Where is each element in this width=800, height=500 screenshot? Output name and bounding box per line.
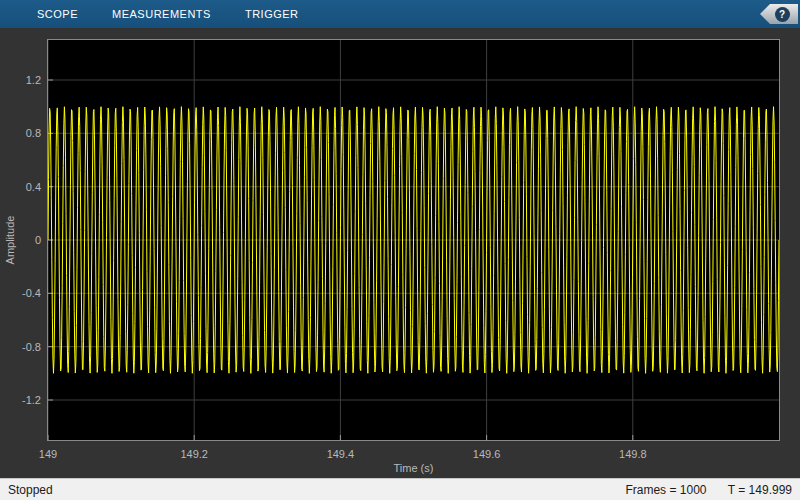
y-tick-label: 0.4 bbox=[0, 180, 41, 194]
time-scope-window: SCOPE MEASUREMENTS TRIGGER ? Amplitude 1… bbox=[0, 0, 800, 500]
help-button[interactable]: ? bbox=[760, 4, 798, 24]
toolstrip-tabs: SCOPE MEASUREMENTS TRIGGER bbox=[20, 0, 316, 28]
status-bar: Stopped Frames = 1000 T = 149.999 bbox=[0, 478, 800, 500]
tab-trigger[interactable]: TRIGGER bbox=[228, 0, 316, 28]
y-axis-label: Amplitude bbox=[4, 216, 16, 265]
waveform-svg bbox=[48, 40, 779, 440]
tab-measurements[interactable]: MEASUREMENTS bbox=[95, 0, 228, 28]
x-tick-label: 149 bbox=[23, 447, 73, 461]
y-tick-label: 0.8 bbox=[0, 126, 41, 140]
tab-scope[interactable]: SCOPE bbox=[20, 0, 95, 28]
x-tick-label: 149.6 bbox=[462, 447, 512, 461]
scope-display: Amplitude 1.20.80.40-0.4-0.8-1.2 149149.… bbox=[0, 28, 800, 478]
time-readout: T = 149.999 bbox=[728, 483, 792, 497]
question-mark-icon: ? bbox=[775, 7, 790, 22]
status-text: Stopped bbox=[8, 483, 53, 497]
y-tick-label: -0.4 bbox=[0, 286, 41, 300]
y-tick-label: -1.2 bbox=[0, 393, 41, 407]
x-axis-label: Time (s) bbox=[48, 462, 779, 474]
x-tick-label: 149.2 bbox=[169, 447, 219, 461]
plot-area bbox=[47, 39, 780, 441]
x-tick-label: 149.8 bbox=[608, 447, 658, 461]
toolstrip: SCOPE MEASUREMENTS TRIGGER ? bbox=[0, 0, 800, 28]
y-tick-label: 1.2 bbox=[0, 73, 41, 87]
x-tick-label: 149.4 bbox=[315, 447, 365, 461]
frames-count: Frames = 1000 bbox=[625, 483, 706, 497]
y-tick-label: -0.8 bbox=[0, 340, 41, 354]
status-readouts: Frames = 1000 T = 149.999 bbox=[607, 483, 792, 497]
